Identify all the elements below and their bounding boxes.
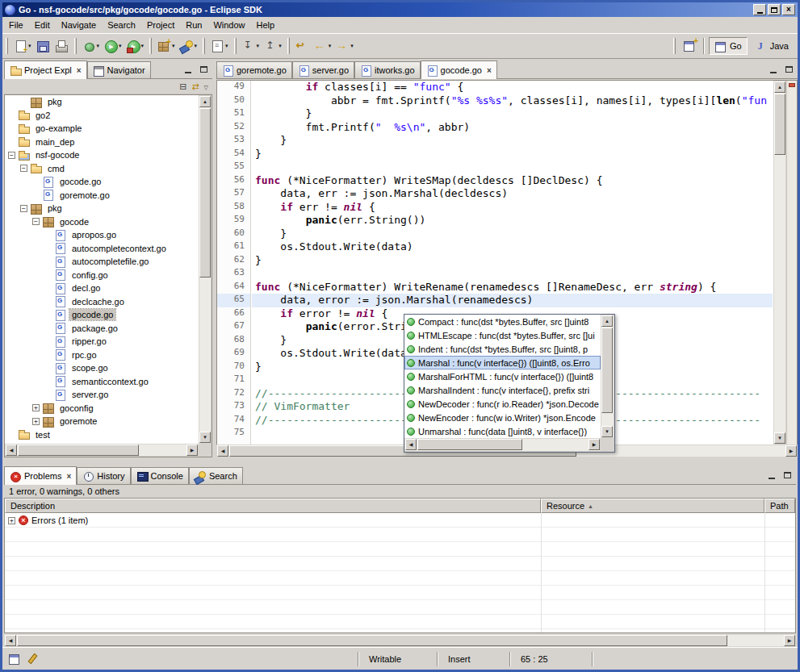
editor-minimize-button[interactable] [766,63,781,76]
menu-window[interactable]: Window [207,18,250,32]
scroll-left-button[interactable]: ◀ [6,445,17,456]
debug-button[interactable]: ▾ [80,36,103,56]
scroll-right-button[interactable]: ▶ [784,635,795,646]
code-line[interactable]: abbr = fmt.Sprintf("%s %s%s", classes[i]… [255,94,773,108]
explorer-maximize-button[interactable] [196,63,211,76]
perspective-java-button[interactable]: Java [749,37,794,55]
tree-item-rpc-go[interactable]: rpc.go [5,349,199,362]
scroll-right-button[interactable]: ▶ [785,445,797,457]
scroll-up-button[interactable]: ▲ [774,81,785,93]
fast-view-button[interactable] [6,652,22,666]
run-button[interactable]: ▾ [102,36,124,56]
dropdown-arrow-icon[interactable]: ▾ [257,43,260,49]
problems-body[interactable]: +×Errors (1 item) [5,513,795,632]
scroll-down-button[interactable]: ▼ [199,432,211,443]
editor-tab-itworks-go[interactable]: itworks.go [354,61,421,78]
dropdown-arrow-icon[interactable]: ▾ [195,43,198,49]
popup-vertical-scrollbar[interactable]: ▲ ▼ [601,315,614,438]
tree-item-pkg[interactable]: pkg [5,95,199,109]
scroll-left-button[interactable]: ◀ [5,635,16,646]
tree-item-gocode[interactable]: −gocode [5,215,199,229]
dropdown-arrow-icon[interactable]: ▾ [172,43,175,49]
new-go-element-button[interactable]: ▾ [155,36,178,56]
view-menu-button[interactable]: ▽ [204,81,208,91]
previous-annotation-button[interactable]: ▾ [262,36,284,56]
code-line[interactable]: } [255,148,773,161]
tree-horizontal-scrollbar[interactable]: ◀ ▶ [5,444,199,457]
dropdown-arrow-icon[interactable]: ▾ [350,43,354,49]
autocomplete-item[interactable]: Unmarshal : func(data []uint8, v interfa… [404,424,601,438]
scroll-right-button[interactable]: ▶ [186,445,198,456]
tree-item-main-dep[interactable]: main_dep [5,136,199,149]
dropdown-arrow-icon[interactable]: ▾ [225,43,228,49]
close-tab-icon[interactable]: × [66,472,71,481]
tree-item-autocompletefile-go[interactable]: autocompletefile.go [5,255,199,269]
menu-run[interactable]: Run [180,18,207,32]
menu-edit[interactable]: Edit [29,18,56,32]
expand-icon[interactable]: + [32,418,40,425]
autocomplete-item[interactable]: NewDecoder : func(r io.Reader) *json.Dec… [404,397,601,411]
scroll-right-button[interactable]: ▶ [588,439,600,450]
tree-item-decl-go[interactable]: decl.go [5,282,199,295]
problems-maximize-button[interactable] [780,469,794,482]
tree-item-server-go[interactable]: server.go [5,388,199,402]
explorer-minimize-button[interactable] [181,63,195,76]
menu-navigate[interactable]: Navigate [56,18,102,32]
autocomplete-item[interactable]: HTMLEscape : func(dst *bytes.Buffer, src… [404,328,601,342]
dropdown-arrow-icon[interactable]: ▾ [97,43,100,49]
tree-item-go2[interactable]: go2 [5,109,199,123]
scrollbar-thumb[interactable] [199,108,211,278]
code-line[interactable]: panic(err.String()) [255,214,773,227]
tree-item-config-go[interactable]: config.go [5,269,199,282]
code-line[interactable]: } [255,134,773,148]
autocomplete-item[interactable]: Marshal : func(v interface{}) ([]uint8, … [404,356,601,369]
tree-item-apropos-go[interactable]: apropos.go [5,228,199,242]
scrollbar-thumb[interactable] [601,328,613,413]
collapse-icon[interactable]: − [8,152,15,159]
tree-item-autocompletecontext-go[interactable]: autocompletecontext.go [5,242,199,256]
editor-tab-goremote-go[interactable]: goremote.go [216,61,292,78]
code-line[interactable]: } [255,227,773,241]
scroll-left-button[interactable]: ◀ [217,445,228,457]
column-header-description[interactable]: Description [5,499,541,513]
menu-file[interactable]: File [3,18,29,32]
tree-item-pkg[interactable]: −pkg [5,202,199,215]
scroll-left-button[interactable]: ◀ [405,439,417,450]
tree-item-nsf-gocode[interactable]: −nsf-gocode [5,148,199,162]
popup-horizontal-scrollbar[interactable]: ◀ ▶ [404,438,601,452]
close-tab-icon[interactable]: × [77,66,82,75]
line-number-ruler[interactable]: 4950515253545556575859606162636465666768… [217,81,251,445]
collapse-icon[interactable]: − [20,165,27,172]
problems-horizontal-scrollbar[interactable]: ◀ ▶ [4,634,796,647]
code-line[interactable]: } [255,254,773,268]
maximize-button[interactable] [768,4,781,15]
view-tab-history[interactable]: History [77,467,130,484]
autocomplete-item[interactable]: Indent : func(dst *bytes.Buffer, src []u… [404,342,601,356]
problems-row[interactable]: +×Errors (1 item) [5,513,795,528]
tree-item-gocode-go[interactable]: gocode.go [5,308,199,322]
view-tab-console[interactable]: Console [131,467,189,484]
close-tab-icon[interactable]: × [487,66,492,75]
forward-button[interactable]: ▾ [333,36,356,56]
autocomplete-item[interactable]: Compact : func(dst *bytes.Buffer, src []… [404,315,601,328]
scrollbar-thumb[interactable] [774,94,785,155]
code-line[interactable]: func (*NiceFormatter) WriteSMap(decldesc… [255,174,773,188]
scroll-up-button[interactable]: ▲ [199,96,211,107]
expand-icon[interactable]: + [32,404,40,411]
tree-item-goremote[interactable]: +goremote [5,415,199,428]
scrollbar-thumb[interactable] [417,439,522,450]
code-line[interactable] [255,267,773,281]
view-tab-search[interactable]: Search [189,467,243,484]
editor-template-button[interactable] [23,652,40,666]
scroll-down-button[interactable]: ▼ [774,432,785,444]
menu-project[interactable]: Project [141,18,180,32]
search-button[interactable]: ▾ [178,36,200,56]
tree-item-go-example[interactable]: go-example [5,122,199,136]
dropdown-arrow-icon[interactable]: ▾ [329,43,332,49]
menu-search[interactable]: Search [102,18,141,32]
autocomplete-item[interactable]: MarshalIndent : func(v interface{}, pref… [404,383,601,397]
tree-item-test[interactable]: test [5,428,199,442]
code-line[interactable]: os.Stdout.Write(data) [255,240,773,254]
perspective-go-button[interactable]: Go [709,37,748,55]
dropdown-arrow-icon[interactable]: ▾ [141,43,145,49]
